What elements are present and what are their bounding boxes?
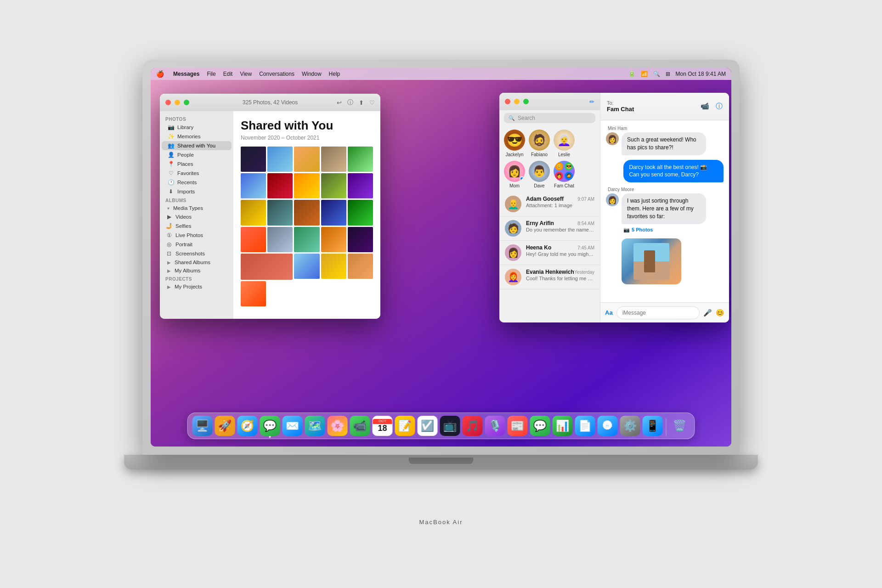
messages-maximize-button[interactable] xyxy=(523,99,529,104)
text-format-icon[interactable]: Aa xyxy=(605,309,613,316)
photo-cell[interactable] xyxy=(348,147,373,172)
dock-icon-appletv[interactable]: 📺 xyxy=(440,416,460,436)
photo-cell[interactable] xyxy=(294,227,319,252)
dock-icon-messages2[interactable]: 💬 xyxy=(530,416,550,436)
photo-cell[interactable] xyxy=(348,254,373,279)
photo-cell[interactable] xyxy=(267,200,293,225)
minimize-button[interactable] xyxy=(175,100,180,105)
menubar-file[interactable]: File xyxy=(207,71,215,77)
sidebar-item-places[interactable]: 📍 Places xyxy=(162,159,232,169)
menubar-edit[interactable]: Edit xyxy=(223,71,233,77)
photo-cell[interactable] xyxy=(241,147,266,172)
close-button[interactable] xyxy=(165,100,171,105)
sidebar-item-media-types[interactable]: ▾ Media Types xyxy=(162,204,232,212)
conversation-item-adam[interactable]: 👨‍🦲 Adam Gooseff 9:07 AM Attachment: 1 i… xyxy=(499,192,600,216)
photo-cell[interactable] xyxy=(241,200,266,225)
conversation-item-evania[interactable]: 👩‍🦰 Evania Henkewich Yesterday Cool! Tha… xyxy=(499,265,600,289)
audio-record-icon[interactable]: 🎤 xyxy=(703,309,712,317)
dock-icon-music[interactable]: 🎵 xyxy=(463,416,483,436)
search-icon[interactable]: 🔍 xyxy=(653,71,660,77)
messages-minimize-button[interactable] xyxy=(514,99,520,104)
dock-icon-maps[interactable]: 🗺️ xyxy=(305,416,325,436)
avatar-group-leslie[interactable]: 👩‍🦳 Leslie xyxy=(554,130,575,157)
avatar-group-jackelyn[interactable]: 😎 Jackelyn xyxy=(504,130,525,157)
dock-icon-notes[interactable]: 📝 xyxy=(395,416,415,436)
dock-icon-launchpad[interactable]: 🚀 xyxy=(215,416,235,436)
dock-icon-facetime[interactable]: 📹 xyxy=(350,416,370,436)
sidebar-item-my-albums[interactable]: ▶ My Albums xyxy=(162,266,232,275)
sidebar-item-screenshots[interactable]: ⊡ Screenshots xyxy=(162,249,232,258)
menubar-help[interactable]: Help xyxy=(329,71,340,77)
photo-cell[interactable] xyxy=(348,200,373,225)
avatar-group-fabiano[interactable]: 🧔 Fabiano xyxy=(529,130,550,157)
heart-icon[interactable]: ♡ xyxy=(369,99,375,106)
dock-icon-messages[interactable]: 💬 xyxy=(260,416,280,436)
photo-cell[interactable] xyxy=(241,173,266,198)
avatar-group-mom[interactable]: 👩 Mom xyxy=(504,161,525,188)
photo-cell[interactable] xyxy=(267,147,293,172)
control-center-icon[interactable]: ⊞ xyxy=(666,71,670,77)
photo-cell[interactable] xyxy=(294,173,319,198)
conversation-item-erny[interactable]: 🧑 Erny Arifin 8:54 AM Do you remember th… xyxy=(499,216,600,241)
photo-cell[interactable] xyxy=(321,200,346,225)
photo-cell[interactable] xyxy=(321,227,346,252)
photo-cell[interactable] xyxy=(241,281,266,306)
photo-cell[interactable] xyxy=(241,227,266,252)
photo-cell[interactable] xyxy=(321,173,346,198)
dock-icon-finder[interactable]: 🖥️ xyxy=(192,416,213,436)
sidebar-item-shared-albums[interactable]: ▶ Shared Albums xyxy=(162,258,232,266)
sidebar-item-my-projects[interactable]: ▶ My Projects xyxy=(162,283,232,291)
maximize-button[interactable] xyxy=(184,100,189,105)
info-icon[interactable]: ⓘ xyxy=(347,98,353,107)
dock-icon-pages[interactable]: 📄 xyxy=(575,416,595,436)
dock-icon-photos[interactable]: 🌸 xyxy=(328,416,348,436)
photo-cell[interactable] xyxy=(294,254,319,279)
photo-cell[interactable] xyxy=(241,254,293,280)
sidebar-item-live-photos[interactable]: ① Live Photos xyxy=(162,231,232,240)
dock-icon-podcasts[interactable]: 🎙️ xyxy=(485,416,505,436)
avatar-group-fam-chat[interactable]: 😊 😎 👩 🧔 Fam Chat xyxy=(554,161,575,188)
dock-icon-safari[interactable]: 🧭 xyxy=(237,416,258,436)
sidebar-item-imports[interactable]: ⬇ Imports xyxy=(162,187,232,196)
sidebar-item-shared-with-you[interactable]: 👥 Shared with You xyxy=(162,141,232,150)
message-input[interactable] xyxy=(616,306,700,319)
messages-close-button[interactable] xyxy=(505,99,510,104)
sidebar-item-favorites[interactable]: ♡ Favorites xyxy=(162,169,232,178)
menubar-conversations[interactable]: Conversations xyxy=(259,71,294,77)
share-icon[interactable]: ⬆ xyxy=(359,99,364,106)
sidebar-item-people[interactable]: 👤 People xyxy=(162,150,232,159)
photo-preview[interactable] xyxy=(622,238,681,284)
video-call-icon[interactable]: 📹 xyxy=(701,102,709,111)
menubar-app-name[interactable]: Messages xyxy=(173,71,199,77)
info-icon[interactable]: ⓘ xyxy=(716,102,723,111)
dock-icon-news[interactable]: 📰 xyxy=(508,416,528,436)
sidebar-item-selfies[interactable]: 🤳 Selfies xyxy=(162,221,232,231)
menubar-view[interactable]: View xyxy=(240,71,252,77)
dock-icon-calendar[interactable]: OCT18 xyxy=(373,416,393,436)
sidebar-item-portrait[interactable]: ◎ Portrait xyxy=(162,240,232,249)
sidebar-item-library[interactable]: 📷 Library xyxy=(162,123,232,132)
dock-icon-reminders[interactable]: ☑️ xyxy=(418,416,438,436)
dock-icon-trash[interactable]: 🗑️ xyxy=(670,416,690,436)
dock-icon-screentime[interactable]: 📱 xyxy=(643,416,663,436)
photo-cell[interactable] xyxy=(294,147,319,172)
photo-cell[interactable] xyxy=(267,227,293,252)
photo-cell[interactable] xyxy=(321,147,346,172)
messages-search-bar[interactable]: 🔍 Search xyxy=(504,113,595,123)
compose-icon[interactable]: ✏ xyxy=(589,98,594,105)
photo-cell[interactable] xyxy=(348,227,373,252)
menubar-window[interactable]: Window xyxy=(302,71,322,77)
dock-icon-numbers[interactable]: 📊 xyxy=(553,416,573,436)
sidebar-item-memories[interactable]: ✨ Memories xyxy=(162,132,232,141)
sidebar-item-recents[interactable]: 🕐 Recents xyxy=(162,178,232,187)
sidebar-item-videos[interactable]: ▶ Videos xyxy=(162,212,232,221)
dock-icon-systemprefs[interactable]: ⚙️ xyxy=(620,416,640,436)
emoji-picker-icon[interactable]: 😊 xyxy=(716,309,724,317)
photo-cell[interactable] xyxy=(294,200,319,225)
dock-icon-appstore[interactable]: 🅐 xyxy=(598,416,618,436)
photo-cell[interactable] xyxy=(348,173,373,198)
photo-cell[interactable] xyxy=(267,173,293,198)
dock-icon-mail[interactable]: ✉️ xyxy=(283,416,303,436)
apple-menu-icon[interactable]: 🍎 xyxy=(156,70,164,78)
avatar-group-dave[interactable]: 👨 Dave xyxy=(529,161,550,188)
